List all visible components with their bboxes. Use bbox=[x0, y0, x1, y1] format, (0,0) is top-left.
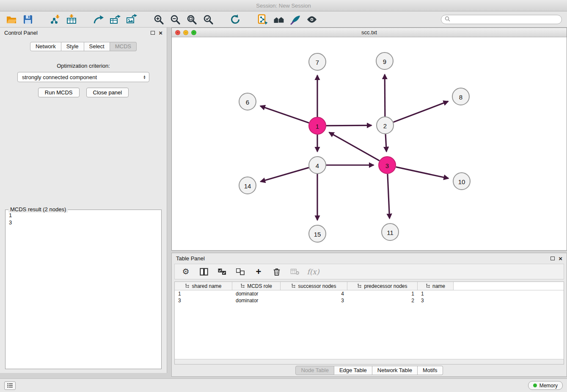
mcds-result-title: MCDS result (2 nodes) bbox=[8, 206, 68, 213]
node-9[interactable]: 9 bbox=[376, 52, 393, 69]
node-8[interactable]: 8 bbox=[452, 88, 469, 105]
table-row[interactable]: 3dominator323 bbox=[175, 297, 564, 304]
table-toolbar: ⚙ + f(x) bbox=[174, 264, 564, 279]
tab-mcds[interactable]: MCDS bbox=[110, 42, 137, 51]
select-all-icon[interactable] bbox=[217, 267, 227, 277]
table-settings-icon[interactable]: ⚙ bbox=[181, 267, 191, 277]
svg-text:15: 15 bbox=[314, 231, 321, 238]
tab-network[interactable]: Network bbox=[30, 42, 61, 51]
home-icon[interactable] bbox=[272, 14, 285, 25]
zoom-fit-icon[interactable] bbox=[185, 14, 198, 25]
attribute-icon bbox=[240, 284, 245, 288]
show-columns-icon[interactable] bbox=[199, 267, 209, 277]
add-column-icon[interactable]: + bbox=[253, 267, 264, 277]
column-header-predecessor-nodes[interactable]: predecessor nodes bbox=[347, 282, 418, 290]
column-header-name[interactable]: name bbox=[418, 282, 454, 290]
table-cell: dominator bbox=[232, 298, 281, 304]
edge-2-8[interactable] bbox=[394, 101, 448, 122]
svg-text:11: 11 bbox=[387, 229, 394, 236]
table-cell: 3 bbox=[175, 298, 232, 304]
close-table-panel-icon[interactable]: × bbox=[559, 256, 562, 261]
network-window-titlebar[interactable]: × − + scc.txt bbox=[172, 28, 567, 37]
search-box[interactable] bbox=[441, 15, 562, 24]
node-4[interactable]: 4 bbox=[309, 157, 326, 174]
table-cell: 1 bbox=[347, 291, 418, 297]
close-panel-button[interactable]: Close panel bbox=[86, 88, 129, 97]
node-2[interactable]: 2 bbox=[377, 117, 394, 134]
function-builder-icon[interactable]: f(x) bbox=[308, 267, 318, 277]
search-input[interactable] bbox=[452, 17, 558, 22]
table-horizontal-scrollbar[interactable] bbox=[175, 359, 564, 364]
close-window-icon[interactable]: × bbox=[175, 30, 180, 35]
node-15[interactable]: 15 bbox=[309, 225, 326, 242]
svg-text:7: 7 bbox=[316, 59, 319, 66]
edge-2-3[interactable] bbox=[385, 134, 386, 152]
float-panel-icon[interactable] bbox=[151, 31, 155, 35]
tab-edge-table[interactable]: Edge Table bbox=[334, 366, 372, 375]
tab-motifs[interactable]: Motifs bbox=[418, 366, 443, 375]
node-14[interactable]: 14 bbox=[239, 177, 256, 194]
clone-network-icon[interactable] bbox=[256, 14, 269, 25]
optimization-select[interactable]: strongly connected component ▲▼ bbox=[17, 72, 149, 82]
zoom-out-icon[interactable] bbox=[169, 14, 182, 25]
node-10[interactable]: 10 bbox=[453, 173, 470, 190]
import-network-icon[interactable] bbox=[49, 14, 61, 25]
refresh-icon[interactable] bbox=[229, 14, 242, 25]
mcds-result-line: 1 bbox=[9, 212, 158, 219]
memory-button[interactable]: Memory bbox=[528, 381, 563, 390]
export-image-icon[interactable] bbox=[125, 14, 138, 25]
tab-style[interactable]: Style bbox=[61, 42, 84, 51]
node-1[interactable]: 1 bbox=[309, 117, 326, 134]
table-cell: 1 bbox=[175, 291, 232, 297]
task-history-button[interactable] bbox=[4, 381, 16, 390]
edge-1-6[interactable] bbox=[260, 106, 309, 123]
node-11[interactable]: 11 bbox=[382, 224, 399, 240]
svg-text:10: 10 bbox=[458, 178, 465, 185]
column-header-label: MCDS role bbox=[247, 283, 272, 289]
column-header-shared-name[interactable]: shared name bbox=[175, 282, 232, 290]
edge-3-11[interactable] bbox=[388, 174, 390, 218]
node-3[interactable]: 3 bbox=[379, 157, 396, 174]
import-table-icon[interactable] bbox=[65, 14, 78, 25]
delete-table-icon[interactable] bbox=[290, 267, 300, 277]
table-row[interactable]: 1dominator411 bbox=[175, 290, 564, 297]
app-window: Session: New Session bbox=[0, 0, 567, 392]
float-table-panel-icon[interactable] bbox=[550, 257, 555, 260]
control-panel: Control Panel × NetworkStyleSelectMCDS O… bbox=[0, 28, 167, 373]
run-mcds-button[interactable]: Run MCDS bbox=[38, 88, 80, 97]
eye-icon[interactable] bbox=[306, 14, 318, 25]
unselect-all-icon[interactable] bbox=[235, 267, 245, 277]
zoom-in-icon[interactable] bbox=[152, 14, 165, 25]
tab-select[interactable]: Select bbox=[84, 42, 110, 51]
edge-1-2[interactable] bbox=[326, 125, 372, 126]
tab-network-table[interactable]: Network Table bbox=[372, 366, 418, 375]
delete-column-icon[interactable] bbox=[272, 267, 282, 277]
tab-node-table[interactable]: Node Table bbox=[295, 366, 334, 375]
minimize-window-icon[interactable]: − bbox=[183, 30, 188, 35]
table-panel-header: Table Panel × bbox=[172, 253, 567, 264]
edge-3-1[interactable] bbox=[329, 133, 380, 161]
mcds-result-box: MCDS result (2 nodes) 13 bbox=[5, 210, 162, 369]
optimization-label: Optimization criterion: bbox=[0, 63, 167, 69]
export-network-icon[interactable] bbox=[92, 14, 105, 25]
save-session-icon[interactable] bbox=[22, 14, 34, 25]
node-7[interactable]: 7 bbox=[309, 53, 326, 70]
edge-4-14[interactable] bbox=[261, 168, 309, 182]
column-header-MCDS-role[interactable]: MCDS role bbox=[232, 282, 281, 290]
open-session-icon[interactable] bbox=[5, 14, 18, 25]
node-6[interactable]: 6 bbox=[239, 93, 256, 110]
control-panel-tabs: NetworkStyleSelectMCDS bbox=[0, 42, 167, 51]
export-table-icon[interactable] bbox=[109, 14, 121, 25]
svg-text:4: 4 bbox=[316, 162, 319, 169]
style-icon[interactable] bbox=[289, 14, 302, 25]
svg-text:2: 2 bbox=[383, 122, 387, 130]
zoom-window-icon[interactable]: + bbox=[191, 30, 196, 35]
attribute-icon bbox=[426, 284, 430, 288]
close-control-panel-icon[interactable]: × bbox=[159, 30, 162, 36]
network-canvas[interactable]: 7968124314101511 bbox=[172, 37, 567, 250]
edge-2-9[interactable] bbox=[385, 75, 385, 116]
zoom-selected-icon[interactable] bbox=[202, 14, 215, 25]
column-header-successor-nodes[interactable]: successor nodes bbox=[281, 282, 347, 290]
column-header-label: name bbox=[432, 283, 445, 289]
edge-3-10[interactable] bbox=[396, 167, 449, 178]
